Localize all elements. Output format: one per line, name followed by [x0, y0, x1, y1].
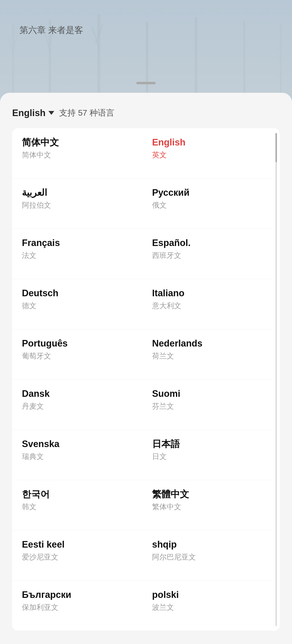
language-header: English 支持 57 种语言 — [12, 107, 280, 118]
language-item[interactable]: Nederlands 荷兰文 — [142, 329, 272, 380]
lang-subtitle: 保加利亚文 — [22, 602, 133, 612]
current-language-selector[interactable]: English — [12, 108, 54, 118]
language-item[interactable]: Dansk 丹麦文 — [12, 380, 142, 430]
language-item[interactable]: polski 波兰文 — [142, 580, 272, 631]
language-item[interactable]: Eesti keel 爱沙尼亚文 — [12, 530, 142, 580]
lang-subtitle: 丹麦文 — [22, 402, 133, 411]
lang-name: 繁體中文 — [152, 489, 263, 500]
lang-subtitle: 荷兰文 — [152, 351, 263, 361]
lang-subtitle: 法文 — [22, 250, 133, 260]
chevron-down-icon — [48, 111, 54, 115]
language-item[interactable]: Português 葡萄牙文 — [12, 329, 142, 380]
sheet-handle[interactable] — [136, 82, 156, 84]
lang-name: 日本語 — [152, 438, 263, 450]
language-item[interactable]: English 英文 — [142, 128, 272, 178]
lang-name: polski — [152, 589, 263, 600]
lang-subtitle: 简体中文 — [22, 150, 133, 160]
lang-name: Eesti keel — [22, 539, 133, 550]
lang-subtitle: 葡萄牙文 — [22, 351, 133, 361]
supported-languages-text: 支持 57 种语言 — [59, 107, 114, 118]
lang-subtitle: 西班牙文 — [152, 250, 263, 260]
lang-name: Français — [22, 238, 133, 249]
lang-subtitle: 波兰文 — [152, 602, 263, 612]
lang-subtitle: 瑞典文 — [22, 452, 133, 462]
language-item[interactable]: Español. 西班牙文 — [142, 229, 272, 279]
lang-name: Dansk — [22, 388, 133, 400]
language-item[interactable]: Deutsch 德文 — [12, 279, 142, 329]
lang-subtitle: 繁体中文 — [152, 502, 263, 512]
scrollbar[interactable] — [275, 133, 277, 626]
language-item[interactable]: 日本語 日文 — [142, 430, 272, 480]
language-item[interactable]: العربية 阿拉伯文 — [12, 178, 142, 229]
sheet-handle-area[interactable] — [0, 73, 292, 93]
lang-subtitle: 阿尔巴尼亚文 — [152, 552, 263, 562]
language-list-container: 简体中文 简体中文 English 英文 العربية 阿拉伯文 Русски… — [12, 128, 280, 631]
lang-name: Italiano — [152, 288, 263, 299]
scrollbar-thumb[interactable] — [275, 133, 277, 162]
lang-name: shqip — [152, 539, 263, 550]
lang-name: Suomi — [152, 388, 263, 400]
language-item[interactable]: 한국어 韩文 — [12, 480, 142, 530]
lang-name: English — [152, 137, 263, 148]
language-item[interactable]: 简体中文 简体中文 — [12, 128, 142, 178]
language-item[interactable]: Suomi 芬兰文 — [142, 380, 272, 430]
lang-name: 한국어 — [22, 489, 133, 500]
lang-subtitle: 芬兰文 — [152, 402, 263, 411]
lang-subtitle: 阿拉伯文 — [22, 200, 133, 210]
lang-name: Nederlands — [152, 338, 263, 349]
lang-name: Español. — [152, 238, 263, 249]
lang-subtitle: 日文 — [152, 452, 263, 462]
language-item[interactable]: shqip 阿尔巴尼亚文 — [142, 530, 272, 580]
lang-name: Български — [22, 589, 133, 600]
bottom-sheet: English 支持 57 种语言 简体中文 简体中文 English 英文 ا… — [0, 73, 292, 644]
lang-name: العربية — [22, 187, 133, 198]
language-item[interactable]: Français 法文 — [12, 229, 142, 279]
language-item[interactable]: Русский 俄文 — [142, 178, 272, 229]
language-item[interactable]: Italiano 意大利文 — [142, 279, 272, 329]
chapter-title: 第六章 来者是客 — [20, 24, 83, 36]
language-grid: 简体中文 简体中文 English 英文 العربية 阿拉伯文 Русски… — [12, 128, 280, 631]
lang-subtitle: 德文 — [22, 301, 133, 311]
language-item[interactable]: Svenska 瑞典文 — [12, 430, 142, 480]
lang-name: 简体中文 — [22, 137, 133, 148]
lang-subtitle: 英文 — [152, 150, 263, 160]
lang-subtitle: 爱沙尼亚文 — [22, 552, 133, 562]
sheet-content: English 支持 57 种语言 简体中文 简体中文 English 英文 ا… — [0, 93, 292, 644]
lang-name: Svenska — [22, 438, 133, 450]
lang-name: Deutsch — [22, 288, 133, 299]
current-language-label: English — [12, 108, 46, 118]
lang-subtitle: 韩文 — [22, 502, 133, 512]
language-item[interactable]: 繁體中文 繁体中文 — [142, 480, 272, 530]
lang-name: Português — [22, 338, 133, 349]
language-item[interactable]: Български 保加利亚文 — [12, 580, 142, 631]
lang-subtitle: 意大利文 — [152, 301, 263, 311]
lang-name: Русский — [152, 187, 263, 198]
lang-subtitle: 俄文 — [152, 200, 263, 210]
